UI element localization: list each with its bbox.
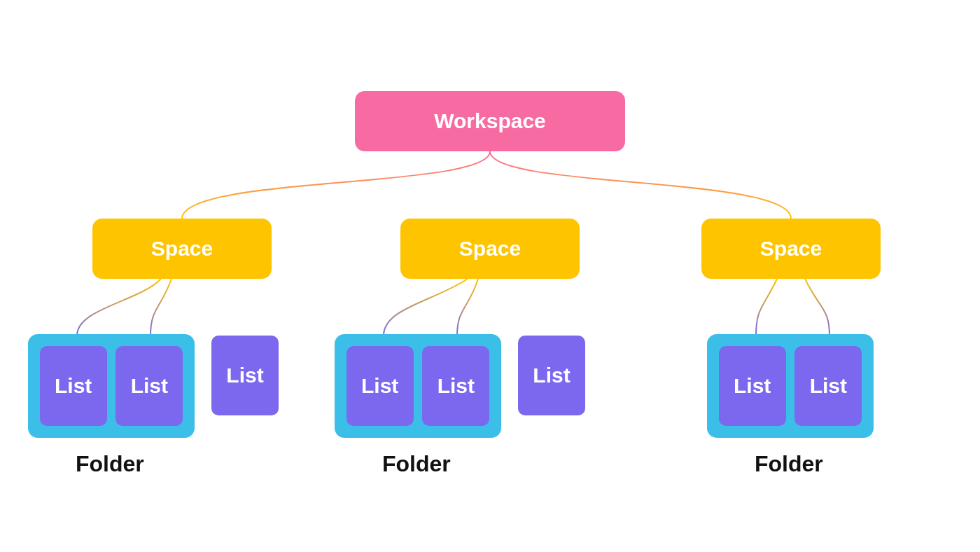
list-node: List	[115, 346, 183, 426]
space-label: Space	[459, 237, 521, 261]
list-label: List	[131, 374, 168, 398]
list-label: List	[438, 374, 475, 398]
space-node-3: Space	[701, 219, 881, 279]
list-node: List	[719, 346, 786, 426]
workspace-label: Workspace	[434, 109, 546, 133]
space-node-2: Space	[400, 219, 580, 279]
list-node-standalone: List	[518, 336, 585, 415]
folder-label-2: Folder	[382, 451, 451, 477]
list-label: List	[810, 374, 847, 398]
list-label: List	[361, 374, 398, 398]
list-node-standalone: List	[211, 336, 279, 415]
list-node: List	[40, 346, 107, 426]
space-node-1: Space	[92, 219, 272, 279]
list-label: List	[226, 364, 263, 387]
space-label: Space	[151, 237, 213, 261]
list-label: List	[734, 374, 771, 398]
list-node: List	[346, 346, 414, 426]
folder-node-3: List List	[707, 334, 874, 438]
list-label: List	[533, 364, 570, 387]
list-label: List	[55, 374, 92, 398]
workspace-node: Workspace	[355, 91, 625, 151]
folder-label-1: Folder	[76, 451, 144, 477]
folder-node-1: List List	[28, 334, 195, 438]
space-label: Space	[760, 237, 822, 261]
list-node: List	[422, 346, 489, 426]
list-node: List	[794, 346, 862, 426]
folder-label-3: Folder	[755, 451, 823, 477]
folder-node-2: List List	[335, 334, 501, 438]
